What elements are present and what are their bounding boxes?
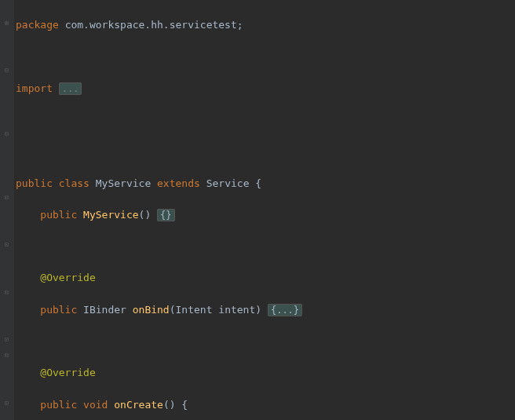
code-line xyxy=(16,144,515,159)
fold-icon[interactable]: ⊟ xyxy=(3,352,10,359)
constructor-name: MyService xyxy=(83,209,138,221)
fold-placeholder[interactable]: {...} xyxy=(268,304,302,316)
fold-icon[interactable]: ⊟ xyxy=(3,194,10,201)
fold-icon[interactable]: ⊡ xyxy=(3,400,10,407)
super-class: Service xyxy=(206,177,256,189)
fold-icon[interactable]: ⊟ xyxy=(3,289,10,296)
keyword-import: import xyxy=(16,82,59,94)
keyword-package: package xyxy=(16,19,65,31)
code-line: package com.workspace.hh.servicetest; xyxy=(16,17,515,33)
keyword-public: public xyxy=(40,304,83,316)
keyword-class: class xyxy=(59,177,96,189)
fold-icon[interactable]: ⊟ xyxy=(3,67,10,74)
keyword-public: public xyxy=(40,399,83,411)
code-line: public class MyService extends Service { xyxy=(16,176,515,192)
keyword-public: public xyxy=(40,209,83,221)
annotation-override: @Override xyxy=(40,367,95,378)
code-editor[interactable]: ⊞ ⊟ ⊟ ⊟ ⊡ ⊟ ⊡ ⊟ ⊡ package com.workspace.… xyxy=(0,0,515,420)
fold-icon[interactable]: ⊡ xyxy=(3,336,10,343)
code-line: public MyService() {} xyxy=(16,207,515,223)
method-oncreate: onCreate xyxy=(114,399,163,411)
class-name: MyService xyxy=(96,177,157,189)
fold-icon[interactable]: ⊡ xyxy=(3,241,10,248)
method-onbind: onBind xyxy=(133,304,170,316)
code-line: @Override xyxy=(16,365,515,381)
package-name: com.workspace.hh.servicetest xyxy=(65,19,237,31)
code-line xyxy=(16,334,515,349)
fold-icon[interactable]: ⊟ xyxy=(3,130,10,137)
code-line xyxy=(16,112,515,128)
fold-placeholder[interactable]: ... xyxy=(59,82,82,95)
keyword-public: public xyxy=(16,177,59,189)
code-line xyxy=(16,49,515,64)
keyword-void: void xyxy=(83,399,114,411)
code-line xyxy=(16,239,515,254)
code-line: public void onCreate() { xyxy=(16,397,515,413)
annotation-override: @Override xyxy=(40,272,95,283)
code-line: public IBinder onBind(Intent intent) {..… xyxy=(16,302,515,318)
keyword-extends: extends xyxy=(157,177,206,189)
fold-icon[interactable]: ⊞ xyxy=(3,20,10,27)
code-line: import ... xyxy=(16,81,515,97)
type-ibinder: IBinder xyxy=(83,304,133,316)
gutter: ⊞ ⊟ ⊟ ⊟ ⊡ ⊟ ⊡ ⊟ ⊡ xyxy=(0,0,14,420)
fold-placeholder[interactable]: {} xyxy=(157,209,174,221)
code-line: @Override xyxy=(16,270,515,286)
code-area[interactable]: package com.workspace.hh.servicetest; im… xyxy=(14,0,515,420)
